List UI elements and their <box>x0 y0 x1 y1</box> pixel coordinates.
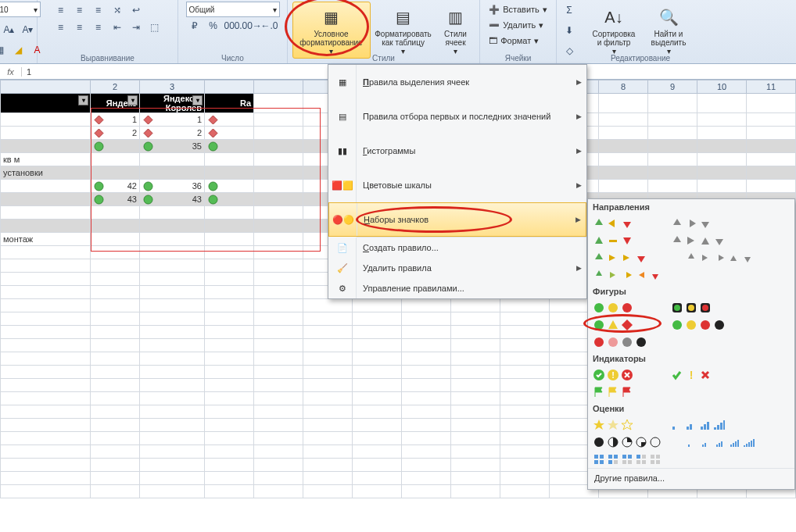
dec-decimal-icon[interactable]: ←.0 <box>261 17 278 34</box>
delete-button[interactable]: ➖ Удалить ▾ <box>486 17 550 33</box>
cell[interactable] <box>599 153 648 166</box>
cell[interactable] <box>254 153 303 166</box>
cell[interactable]: 43 <box>140 193 205 206</box>
cell[interactable] <box>91 153 140 166</box>
cell[interactable] <box>254 193 303 206</box>
iconset-arrows-3color[interactable] <box>593 216 633 231</box>
menu-clear-rules[interactable]: 🧹 Удалить правила ▶ <box>328 258 586 278</box>
cell[interactable] <box>747 166 796 180</box>
cell[interactable] <box>747 140 796 153</box>
iconset-bars-4[interactable] <box>671 417 726 433</box>
cell[interactable]: 2 <box>140 127 205 140</box>
col-header[interactable]: 2 <box>91 80 140 94</box>
cell[interactable] <box>599 180 648 193</box>
cell[interactable] <box>205 153 254 166</box>
cell[interactable] <box>254 220 303 233</box>
cell[interactable]: установки <box>1 166 91 180</box>
cell[interactable] <box>254 140 303 153</box>
iconset-triangles-3[interactable] <box>593 233 633 248</box>
cell[interactable]: 42 <box>91 180 140 193</box>
col-header[interactable]: 11 <box>747 80 796 94</box>
format-button[interactable]: 🗔 Формат ▾ <box>486 33 550 48</box>
font-size-select[interactable]: 10▾ <box>0 2 41 17</box>
col-header[interactable]: 3 <box>140 80 205 94</box>
cell[interactable] <box>747 180 796 193</box>
iconset-signs-3[interactable] <box>593 317 633 333</box>
cell[interactable] <box>697 140 747 153</box>
orientation-icon[interactable]: ⤭ <box>109 2 126 19</box>
border-icon[interactable]: ▦ <box>0 41 9 59</box>
menu-icon-sets[interactable]: 🔴🟡 Наборы значков ▶ <box>328 202 586 237</box>
cell[interactable] <box>747 153 796 166</box>
cell[interactable] <box>747 127 796 140</box>
col-header[interactable] <box>205 80 254 94</box>
iconset-boxes[interactable] <box>593 452 662 467</box>
iconset-redblack[interactable] <box>593 334 647 350</box>
cell[interactable] <box>697 113 747 127</box>
iconset-arrows-5color[interactable] <box>593 267 662 283</box>
cell[interactable] <box>91 166 140 180</box>
cell[interactable] <box>697 166 747 180</box>
format-as-table-button[interactable]: ▤ Форматировать как таблицу ▾ <box>372 2 435 59</box>
iconset-symbols-circled[interactable]: ! <box>593 367 633 383</box>
iconset-symbols-uncircled[interactable]: ! <box>671 367 712 383</box>
cell[interactable] <box>1 206 91 220</box>
cell[interactable] <box>205 206 254 220</box>
cell[interactable]: 35 <box>140 140 205 153</box>
cell[interactable] <box>1 113 91 127</box>
wrap-icon[interactable]: ↩ <box>127 2 145 19</box>
cell[interactable] <box>1 140 91 153</box>
cell[interactable] <box>648 166 697 180</box>
cell[interactable] <box>1 193 91 206</box>
cell[interactable] <box>205 113 254 127</box>
number-format-select[interactable]: Общий▾ <box>186 2 280 17</box>
iconset-arrows-4grey[interactable] <box>671 233 726 248</box>
cell[interactable] <box>140 166 205 180</box>
cell[interactable] <box>1 127 91 140</box>
align-top-icon[interactable]: ≡ <box>52 2 70 19</box>
cell[interactable] <box>648 113 697 127</box>
cell[interactable] <box>205 127 254 140</box>
col-header[interactable]: 9 <box>648 80 697 94</box>
menu-top-bottom[interactable]: ▤ Правила отбора первых и последних знач… <box>328 99 586 134</box>
col-header[interactable]: 10 <box>697 80 747 94</box>
gallery-more-rules[interactable]: Другие правила... <box>588 468 794 487</box>
cell[interactable] <box>254 180 303 193</box>
iconset-arrows-3grey[interactable] <box>671 216 712 231</box>
cell[interactable] <box>205 180 254 193</box>
cell[interactable] <box>140 233 205 246</box>
cell[interactable] <box>747 113 796 127</box>
cell[interactable] <box>140 220 205 233</box>
iconset-traffic-3[interactable] <box>593 300 633 316</box>
indent-dec-icon[interactable]: ⇤ <box>109 19 126 36</box>
sort-filter-button[interactable]: A↓ Сортировка и фильтр ▾ <box>586 2 641 59</box>
iconset-stars[interactable] <box>593 417 633 433</box>
cell[interactable] <box>91 206 140 220</box>
iconset-bars-5[interactable] <box>687 434 755 450</box>
cell[interactable] <box>91 140 140 153</box>
cell[interactable]: 2 <box>91 127 140 140</box>
clear-icon[interactable]: ◇ <box>561 42 578 59</box>
cell[interactable] <box>648 140 697 153</box>
cell[interactable] <box>697 180 747 193</box>
align-bot-icon[interactable]: ≡ <box>90 2 107 19</box>
cell-styles-button[interactable]: ▥ Стили ячеек ▾ <box>436 2 475 59</box>
align-left-icon[interactable]: ≡ <box>52 19 70 36</box>
iconset-arrows-4color[interactable] <box>593 250 647 266</box>
cell[interactable]: 1 <box>140 113 205 127</box>
menu-new-rule[interactable]: 📄 Создать правило... <box>328 237 586 258</box>
shrink-font-icon[interactable]: A▾ <box>20 21 37 38</box>
cell[interactable] <box>1 180 91 193</box>
inc-decimal-icon[interactable]: .00→ <box>242 17 260 34</box>
cell[interactable] <box>599 166 648 180</box>
cell[interactable] <box>254 166 303 180</box>
indent-inc-icon[interactable]: ⇥ <box>127 19 145 36</box>
grow-font-icon[interactable]: A▴ <box>1 21 18 38</box>
cell[interactable] <box>648 127 697 140</box>
iconset-quarters[interactable] <box>593 434 662 450</box>
cell[interactable] <box>648 180 697 193</box>
cell[interactable] <box>599 127 648 140</box>
percent-icon[interactable]: % <box>205 17 222 34</box>
col-header[interactable] <box>1 80 91 94</box>
comma-icon[interactable]: 000 <box>224 17 241 34</box>
